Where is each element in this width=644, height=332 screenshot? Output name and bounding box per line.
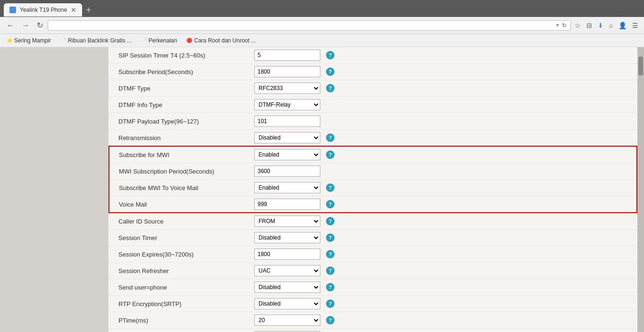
bookmark-label: Perkenalan xyxy=(149,37,177,44)
field-label: Session Timer xyxy=(109,230,251,246)
help-button[interactable]: ? xyxy=(326,183,335,192)
help-button[interactable]: ? xyxy=(326,150,335,159)
field-control: UACUAS? xyxy=(251,263,637,279)
select-input[interactable]: RFC2833DTMF-RelaySIP INFO xyxy=(254,83,320,94)
field-label: Voice Mail xyxy=(109,196,251,213)
field-control: DisabledEnabled? xyxy=(251,329,637,332)
scrollbar[interactable] xyxy=(637,47,644,332)
table-row: RTP Encryption(SRTP)DisabledEnabled? xyxy=(109,296,637,312)
refresh-icon[interactable]: ↻ xyxy=(562,22,567,29)
help-button[interactable]: ? xyxy=(326,200,335,208)
back-button[interactable]: ← xyxy=(4,20,17,31)
field-label: Session Expires(30~7200s) xyxy=(109,246,251,263)
text-input[interactable] xyxy=(254,199,320,210)
field-control: ? xyxy=(251,64,637,80)
help-button[interactable]: ? xyxy=(326,51,335,59)
select-input[interactable]: DTMF-RelaySIP INFO xyxy=(254,99,320,110)
help-button[interactable]: ? xyxy=(326,250,335,258)
help-button[interactable]: ? xyxy=(326,217,335,225)
field-control: ? xyxy=(251,196,636,212)
select-input[interactable]: DisabledEnabled xyxy=(254,282,320,293)
help-button[interactable]: ? xyxy=(326,233,335,242)
tab-close-button[interactable]: ✕ xyxy=(71,6,76,14)
field-control: FROMPAIPrefer PAI? xyxy=(251,213,637,229)
field-control xyxy=(251,113,637,129)
help-button[interactable]: ? xyxy=(326,283,335,291)
field-label: DTMF Payload Type(96~127) xyxy=(109,113,251,130)
field-control: DisabledEnabled? xyxy=(251,296,637,312)
bookmark-star-icon[interactable]: ☆ xyxy=(573,21,583,30)
settings-form: SIP Session Timer T4 (2.5~60s)?Subscribe… xyxy=(109,47,637,332)
field-control: EnabledDisabled? xyxy=(251,147,636,163)
table-row: Voice Mail? xyxy=(109,196,637,213)
left-sidebar xyxy=(0,47,109,332)
field-control: DisabledEnabled? xyxy=(251,279,637,295)
select-input[interactable]: UACUAS xyxy=(254,265,320,276)
text-input[interactable] xyxy=(254,116,320,127)
forward-button[interactable]: → xyxy=(19,20,32,31)
active-tab[interactable]: Yealink T19 Phone ✕ xyxy=(4,3,82,17)
select-input[interactable]: EnabledDisabled xyxy=(254,149,320,160)
help-button[interactable]: ? xyxy=(326,84,335,92)
table-row: Session TimerDisabledEnabled? xyxy=(109,230,637,246)
select-input[interactable]: FROMPAIPrefer PAI xyxy=(254,216,320,227)
field-control: ? xyxy=(251,47,637,63)
bookmarks-bar: ⭐ Sering Mampir 📄 Ribuan Backlink Gratis… xyxy=(0,34,644,47)
bookmark-page-icon: 📄 xyxy=(60,38,66,43)
field-control xyxy=(251,163,636,179)
tab-title: Yealink T19 Phone xyxy=(20,7,67,13)
text-input[interactable] xyxy=(254,50,320,61)
table-row: Send user=phoneDisabledEnabled? xyxy=(109,279,637,296)
select-input[interactable]: EnabledDisabled xyxy=(254,182,320,193)
bookmark-label: Ribuan Backlink Gratis ... xyxy=(68,37,132,44)
download-icon[interactable]: ⬇ xyxy=(596,21,605,30)
text-input[interactable] xyxy=(254,66,320,77)
nav-bar: ← → ↻ 192.168.100.30/servlet?p=account-a… xyxy=(0,17,644,34)
bookmark-red-icon: 🔴 xyxy=(186,38,192,43)
table-row: SIP Session Timer T4 (2.5~60s)? xyxy=(109,47,637,64)
new-tab-button[interactable]: + xyxy=(82,4,95,17)
bookmark-sering-mampir[interactable]: ⭐ Sering Mampir xyxy=(4,36,54,45)
address-bar[interactable]: 192.168.100.30/servlet?p=account-adv&q=l… xyxy=(48,20,571,31)
help-button[interactable]: ? xyxy=(326,316,335,324)
field-label: Send user=phone xyxy=(109,279,251,296)
browser-window: Yealink T19 Phone ✕ + ← → ↻ 192.168.100.… xyxy=(0,0,644,47)
table-row: Shared LineDisabledEnabled? xyxy=(109,329,637,332)
select-input[interactable]: DisabledEnabled xyxy=(254,132,320,143)
text-input[interactable] xyxy=(254,166,320,177)
bookmark-cara-root[interactable]: 🔴 Cara Root dan Unroot ... xyxy=(184,36,259,45)
select-input[interactable]: DisabledEnabled xyxy=(254,298,320,309)
reading-mode-icon[interactable]: ⊟ xyxy=(585,21,594,30)
bookmark-ribuan-backlink[interactable]: 📄 Ribuan Backlink Gratis ... xyxy=(58,36,134,45)
field-label: DTMF Info Type xyxy=(109,97,251,113)
page-content: SIP Session Timer T4 (2.5~60s)?Subscribe… xyxy=(0,47,644,332)
select-input[interactable]: DisabledEnabled xyxy=(254,232,320,243)
table-row: Session Expires(30~7200s)? xyxy=(109,246,637,263)
table-row: Subscribe for MWIEnabledDisabled? xyxy=(109,146,637,163)
field-label: Caller ID Source xyxy=(109,213,251,230)
table-row: Caller ID SourceFROMPAIPrefer PAI? xyxy=(109,213,637,230)
field-label: MWI Subscription Period(Seconds) xyxy=(109,163,251,180)
text-input[interactable] xyxy=(254,249,320,260)
table-row: MWI Subscription Period(Seconds) xyxy=(109,163,637,180)
field-control: ? xyxy=(251,246,637,262)
home-icon[interactable]: ⌂ xyxy=(607,21,615,30)
table-row: Subscribe Period(Seconds)? xyxy=(109,64,637,80)
bookmark-perkenalan[interactable]: 📄 Perkenalan xyxy=(138,36,180,45)
scrollbar-thumb[interactable] xyxy=(638,57,643,75)
help-button[interactable]: ? xyxy=(326,266,335,275)
field-control: EnabledDisabled? xyxy=(251,180,636,196)
help-button[interactable]: ? xyxy=(326,67,335,76)
field-control: DisabledEnabled? xyxy=(251,130,637,146)
select-input[interactable]: 102030405060 xyxy=(254,315,320,326)
help-button[interactable]: ? xyxy=(326,133,335,142)
field-label: Subscribe Period(Seconds) xyxy=(109,64,251,80)
dropdown-arrow: ▼ xyxy=(555,23,560,28)
url-input[interactable]: 192.168.100.30/servlet?p=account-adv&q=l… xyxy=(52,22,555,29)
field-control: RFC2833DTMF-RelaySIP INFO? xyxy=(251,80,637,96)
menu-icon[interactable]: ☰ xyxy=(630,21,640,30)
field-label: Subscribe for MWI xyxy=(109,146,251,163)
user-icon[interactable]: 👤 xyxy=(617,21,628,30)
reload-button[interactable]: ↻ xyxy=(34,20,46,31)
help-button[interactable]: ? xyxy=(326,299,335,308)
